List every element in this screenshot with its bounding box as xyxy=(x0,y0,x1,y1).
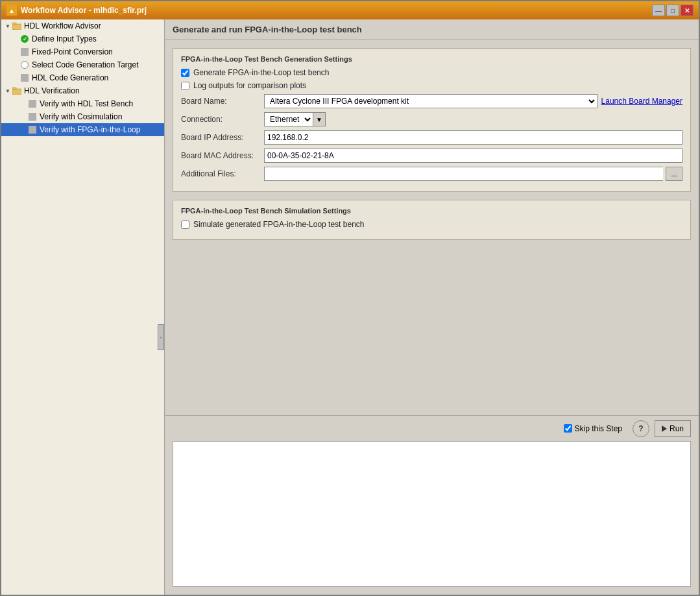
run-button[interactable]: Run xyxy=(655,420,691,437)
browse-button[interactable]: ... xyxy=(666,167,682,181)
svg-rect-3 xyxy=(12,88,16,89)
board-name-control-area: Altera Cyclone III FPGA development kit … xyxy=(264,94,682,108)
board-name-label: Board Name: xyxy=(181,97,259,106)
toggle-hdl-workflow[interactable]: ▼ xyxy=(4,22,12,30)
sidebar-label-verify-fpga-in-loop: Verify with FPGA-in-the-Loop xyxy=(40,125,140,134)
panel-body: FPGA-in-the-Loop Test Bench Generation S… xyxy=(165,40,699,415)
spacer-1 xyxy=(12,35,19,43)
additional-files-input[interactable] xyxy=(264,167,663,181)
log-outputs-checkbox[interactable] xyxy=(181,82,189,90)
simulate-checkbox[interactable] xyxy=(181,221,189,229)
maximize-button[interactable]: □ xyxy=(666,5,679,16)
sidebar-item-fixed-point-conversion[interactable]: Fixed-Point Conversion xyxy=(1,45,164,58)
additional-files-area: ... xyxy=(264,167,682,181)
svg-rect-0 xyxy=(12,24,21,30)
connection-row: Connection: Ethernet ▼ xyxy=(181,112,682,126)
sidebar-label-select-code-generation-target: Select Code Generation Target xyxy=(32,60,139,69)
run-button-label: Run xyxy=(670,424,684,433)
sidebar-item-verify-hdl-test-bench[interactable]: Verify with HDL Test Bench xyxy=(1,97,164,110)
sidebar-label-fixed-point-conversion: Fixed-Point Conversion xyxy=(32,47,113,56)
sidebar-item-verify-fpga-in-loop[interactable]: Verify with FPGA-in-the-Loop xyxy=(1,123,164,136)
generate-checkbox-label: Generate FPGA-in-the-Loop test bench xyxy=(193,68,329,77)
square-gray-icon-2 xyxy=(19,73,30,83)
bottom-bar: Skip this Step ? Run xyxy=(165,415,699,441)
help-button[interactable]: ? xyxy=(633,420,649,437)
additional-files-control-area: ... xyxy=(264,167,682,181)
title-bar-left: ▲ Workflow Advisor - mlhdlc_sfir.prj xyxy=(6,5,147,16)
right-panel: Generate and run FPGA-in-the-Loop test b… xyxy=(165,19,699,595)
sidebar-label-define-input-types: Define Input Types xyxy=(32,34,97,43)
app-icon: ▲ xyxy=(6,5,17,16)
sidebar-label-verify-hdl-test-bench: Verify with HDL Test Bench xyxy=(40,99,133,108)
board-mac-control-area xyxy=(264,149,682,163)
panel-title: Generate and run FPGA-in-the-Loop test b… xyxy=(173,25,362,34)
spacer-5 xyxy=(19,100,27,108)
board-name-row: Board Name: Altera Cyclone III FPGA deve… xyxy=(181,94,682,108)
sidebar-item-verify-cosimulation[interactable]: Verify with Cosimulation xyxy=(1,110,164,123)
board-ip-label: Board IP Address: xyxy=(181,133,259,142)
svg-rect-1 xyxy=(12,23,16,25)
output-area xyxy=(173,441,691,587)
simulate-checkbox-label: Simulate generated FPGA-in-the-Loop test… xyxy=(193,220,364,229)
additional-files-label: Additional Files: xyxy=(181,169,259,178)
simulate-checkbox-row: Simulate generated FPGA-in-the-Loop test… xyxy=(181,220,682,229)
skip-this-step-label: Skip this Step xyxy=(575,424,622,433)
main-content: ▼ HDL Workflow Advisor ✓ Define Input Ty… xyxy=(1,19,699,595)
run-icon xyxy=(662,425,667,432)
check-icon: ✓ xyxy=(19,34,30,44)
close-button[interactable]: ✕ xyxy=(681,5,694,16)
skip-checkbox-area: Skip this Step xyxy=(564,424,622,433)
log-outputs-checkbox-row: Log outputs for comparison plots xyxy=(181,81,682,90)
square-gray-icon-5 xyxy=(27,125,38,135)
board-mac-label: Board MAC Address: xyxy=(181,151,259,160)
spacer-2 xyxy=(12,48,19,56)
spacer-3 xyxy=(12,61,19,69)
generation-settings-title: FPGA-in-the-Loop Test Bench Generation S… xyxy=(181,55,682,63)
connection-control-area: Ethernet ▼ xyxy=(264,112,682,126)
sidebar-item-select-code-generation-target[interactable]: Select Code Generation Target xyxy=(1,58,164,71)
folder-icon xyxy=(12,21,22,31)
sidebar-label-hdl-workflow-advisor: HDL Workflow Advisor xyxy=(24,21,101,30)
square-gray-icon-1 xyxy=(19,47,30,57)
connection-select-wrapper: Ethernet ▼ xyxy=(264,112,326,126)
sidebar-item-define-input-types[interactable]: ✓ Define Input Types xyxy=(1,32,164,45)
svg-rect-2 xyxy=(12,89,21,95)
title-controls: — □ ✕ xyxy=(652,5,694,16)
skip-this-step-checkbox[interactable] xyxy=(564,424,572,433)
empty-circle-icon xyxy=(19,60,30,70)
toggle-hdl-verification[interactable]: ▼ xyxy=(4,87,12,95)
sidebar: ▼ HDL Workflow Advisor ✓ Define Input Ty… xyxy=(1,19,165,595)
sidebar-item-hdl-verification[interactable]: ▼ HDL Verification xyxy=(1,84,164,97)
sidebar-collapse-handle[interactable]: ‹ xyxy=(158,324,164,350)
spacer-6 xyxy=(19,113,27,121)
connection-dropdown-btn[interactable]: ▼ xyxy=(313,112,326,126)
connection-dropdown[interactable]: Ethernet xyxy=(264,112,313,126)
generate-checkbox-row: Generate FPGA-in-the-Loop test bench xyxy=(181,68,682,77)
board-name-select[interactable]: Altera Cyclone III FPGA development kit xyxy=(264,94,597,108)
generate-checkbox[interactable] xyxy=(181,69,189,77)
generation-settings-group: FPGA-in-the-Loop Test Bench Generation S… xyxy=(173,48,691,192)
folder-icon-2 xyxy=(12,86,22,96)
board-ip-control-area xyxy=(264,130,682,145)
minimize-button[interactable]: — xyxy=(652,5,665,16)
board-ip-row: Board IP Address: xyxy=(181,130,682,145)
connection-label: Connection: xyxy=(181,115,259,124)
square-gray-icon-4 xyxy=(27,112,38,122)
spacer-4 xyxy=(12,74,19,82)
simulation-settings-group: FPGA-in-the-Loop Test Bench Simulation S… xyxy=(173,200,691,240)
board-ip-input[interactable] xyxy=(264,130,682,145)
main-window: ▲ Workflow Advisor - mlhdlc_sfir.prj — □… xyxy=(0,0,700,596)
sidebar-item-hdl-workflow-advisor[interactable]: ▼ HDL Workflow Advisor xyxy=(1,19,164,32)
sidebar-item-hdl-code-generation[interactable]: HDL Code Generation xyxy=(1,71,164,84)
board-mac-input[interactable] xyxy=(264,149,682,163)
simulation-settings-title: FPGA-in-the-Loop Test Bench Simulation S… xyxy=(181,207,682,215)
sidebar-label-hdl-code-generation: HDL Code Generation xyxy=(32,73,108,82)
square-gray-icon-3 xyxy=(27,99,38,109)
title-bar: ▲ Workflow Advisor - mlhdlc_sfir.prj — □… xyxy=(1,1,699,19)
sidebar-label-hdl-verification: HDL Verification xyxy=(24,86,80,95)
window-title: Workflow Advisor - mlhdlc_sfir.prj xyxy=(21,6,147,15)
log-outputs-checkbox-label: Log outputs for comparison plots xyxy=(193,81,306,90)
panel-wrapper: Generate and run FPGA-in-the-Loop test b… xyxy=(165,19,699,595)
launch-board-manager-button[interactable]: Launch Board Manager xyxy=(601,97,682,106)
sidebar-label-verify-cosimulation: Verify with Cosimulation xyxy=(40,112,122,121)
